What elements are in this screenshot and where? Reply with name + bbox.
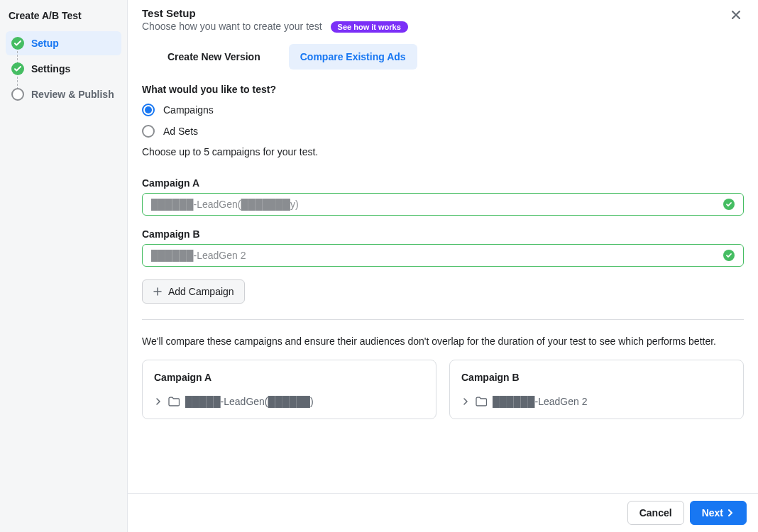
plus-icon — [153, 287, 163, 297]
step-label: Review & Publish — [31, 89, 114, 100]
chevron-right-icon — [154, 397, 163, 406]
page-title: Test Setup — [142, 7, 408, 19]
step-setup[interactable]: Setup — [6, 31, 121, 55]
footer: Cancel Next — [128, 493, 758, 532]
radio-ad-sets[interactable]: Ad Sets — [142, 125, 744, 138]
cancel-button[interactable]: Cancel — [627, 501, 684, 525]
step-label: Setup — [31, 38, 59, 49]
card-item-label: ██████-LeadGen 2 — [493, 396, 587, 407]
step-review[interactable]: Review & Publish — [6, 82, 121, 106]
folder-icon — [168, 397, 180, 406]
cards-row: Campaign A █████-LeadGen(██████) Campaig… — [142, 360, 744, 419]
header: Test Setup Choose how you want to create… — [128, 0, 758, 70]
content: What would you like to test? Campaigns A… — [128, 70, 758, 532]
campaign-a-heading: Campaign A — [142, 177, 744, 189]
sidebar-title: Create A/B Test — [9, 10, 119, 21]
chevron-right-icon — [726, 509, 735, 517]
tab-create-new-version[interactable]: Create New Version — [156, 44, 272, 70]
sidebar: Create A/B Test Setup Settings Review & … — [0, 0, 128, 532]
check-circle-icon — [723, 250, 735, 261]
check-circle-icon — [11, 37, 24, 50]
page-subtitle: Choose how you want to create your test … — [142, 21, 408, 33]
svg-point-2 — [12, 89, 23, 100]
card-title: Campaign B — [461, 372, 732, 383]
question-label: What would you like to test? — [142, 84, 744, 95]
select-value: ██████-LeadGen(███████y) — [151, 199, 299, 210]
step-settings[interactable]: Settings — [6, 57, 121, 81]
folder-icon — [476, 397, 487, 406]
next-button[interactable]: Next — [690, 501, 747, 525]
radio-label: Campaigns — [163, 104, 214, 116]
divider — [142, 319, 744, 320]
empty-circle-icon — [11, 88, 24, 101]
campaign-b-select[interactable]: ██████-LeadGen 2 — [142, 244, 744, 267]
chevron-right-icon — [461, 397, 470, 406]
see-how-pill[interactable]: See how it works — [331, 21, 408, 33]
card-title: Campaign A — [154, 372, 424, 383]
card-item[interactable]: █████-LeadGen(██████) — [154, 396, 424, 407]
add-campaign-label: Add Campaign — [168, 286, 234, 297]
tabs: Create New Version Compare Existing Ads — [142, 44, 744, 70]
check-circle-icon — [723, 199, 735, 210]
add-campaign-button[interactable]: Add Campaign — [142, 279, 245, 304]
radio-label: Ad Sets — [163, 126, 198, 137]
tab-compare-existing-ads[interactable]: Compare Existing Ads — [289, 44, 417, 70]
select-value: ██████-LeadGen 2 — [151, 250, 246, 261]
card-item-label: █████-LeadGen(██████) — [185, 396, 314, 407]
close-icon[interactable] — [728, 7, 744, 25]
campaign-a-select[interactable]: ██████-LeadGen(███████y) — [142, 193, 744, 216]
campaign-b-heading: Campaign B — [142, 228, 744, 240]
main: Test Setup Choose how you want to create… — [128, 0, 758, 532]
preview-card-a: Campaign A █████-LeadGen(██████) — [142, 360, 436, 419]
preview-card-b: Campaign B ██████-LeadGen 2 — [449, 360, 744, 419]
card-item[interactable]: ██████-LeadGen 2 — [461, 396, 732, 407]
radio-campaigns[interactable]: Campaigns — [142, 104, 744, 116]
radio-icon — [142, 125, 155, 138]
step-label: Settings — [31, 63, 70, 74]
radio-icon — [142, 104, 155, 116]
check-circle-icon — [11, 62, 24, 75]
help-text: Choose up to 5 campaigns for your test. — [142, 146, 744, 157]
compare-description: We'll compare these campaigns and ensure… — [142, 336, 744, 347]
